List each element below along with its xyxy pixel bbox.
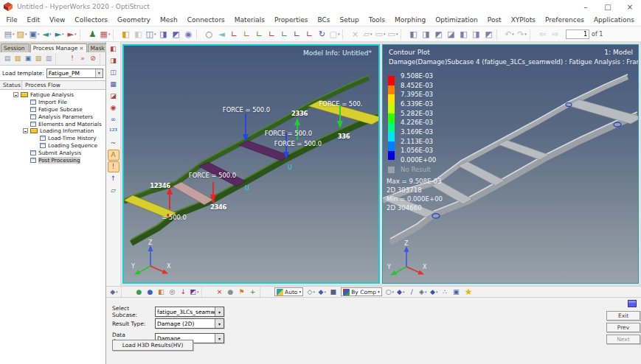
pm-save-icon[interactable]: ▣ ▾	[23, 54, 33, 64]
shaded-cube-icon[interactable]: ◆ ▾	[395, 287, 406, 297]
tab-close-icon[interactable]: ×	[79, 45, 83, 52]
vt-curve-icon[interactable]: ~	[108, 138, 119, 149]
menu-item[interactable]: Applications	[589, 15, 639, 25]
menu-item[interactable]: Collectors	[70, 15, 113, 25]
menu-item[interactable]: Geometry	[113, 15, 156, 25]
export-icon[interactable]: ► ▾	[53, 28, 66, 40]
swap-windows-icon[interactable]: ◨ ▾	[157, 28, 170, 40]
panel-parameters-icon[interactable]: ◧ ▾	[457, 28, 470, 40]
paste-special-icon[interactable]: ▭ ▾	[387, 28, 399, 40]
view-front-icon[interactable]: ∟ ▾	[278, 28, 291, 40]
chevron-down-icon[interactable]: ▾	[215, 319, 224, 328]
exit-button[interactable]: Exit	[606, 311, 640, 321]
tree-expander-icon[interactable]	[23, 128, 28, 133]
color-by-select[interactable]: By Comp ▾	[341, 287, 382, 296]
chevron-down-icon[interactable]: ▾	[215, 334, 224, 343]
element-edges-icon[interactable]: ∕ ▾	[406, 287, 417, 297]
cut-icon[interactable]: × ▾	[349, 28, 361, 40]
performance-graphics-icon[interactable]: ▣ ▾	[451, 287, 462, 297]
menu-item[interactable]: File	[1, 15, 22, 25]
expand-window-icon[interactable]: ◩ ▾	[170, 28, 182, 40]
prev-button[interactable]: Prev	[606, 323, 640, 332]
add-page-icon[interactable]: ◧ ▾	[119, 28, 132, 40]
panel-windows-icon[interactable]: ◩ ▾	[432, 28, 445, 40]
user-profile-icon[interactable]: ♟ ▾	[86, 28, 99, 40]
vt-numbers-icon[interactable]: ¹²³	[108, 126, 119, 137]
view-right-icon[interactable]: ∟ ▾	[266, 28, 278, 40]
vt-vectors-icon[interactable]: ↑	[108, 173, 119, 184]
vt-binoculars-icon[interactable]: ∞	[108, 114, 119, 125]
menu-item[interactable]: XYPlots	[506, 15, 540, 25]
minimize-button[interactable]: –	[575, 0, 597, 13]
panel-window-icon[interactable]	[628, 300, 637, 307]
vt-page-edit-icon[interactable]: ◧	[108, 43, 119, 55]
pm-skip-icon[interactable]: » ▾	[77, 54, 88, 64]
panel-session-icon[interactable]: ◧ ▾	[407, 28, 420, 40]
pm-run-icon[interactable]: ! ▾	[67, 54, 77, 64]
close-button[interactable]: ×	[619, 0, 641, 13]
zoom-icon[interactable]: ○ ▾	[203, 28, 215, 40]
traceline-icon[interactable]: + ▾	[247, 287, 258, 297]
undo-icon[interactable]: ↶ ▾	[503, 28, 516, 40]
tree-expander-icon[interactable]	[13, 92, 18, 97]
tree-item[interactable]: Loading Sequence	[0, 142, 105, 150]
vt-notes-icon[interactable]: A	[108, 150, 119, 161]
menu-item[interactable]: Morphing	[389, 15, 430, 25]
wireframe-sphere-icon[interactable]: ○ ▾	[384, 287, 395, 297]
menu-item[interactable]: Preferences	[540, 15, 589, 25]
color-palette-icon[interactable]: ▦ ▾	[99, 28, 111, 40]
favorites-icon[interactable]: ★	[465, 287, 473, 297]
redo-icon[interactable]: ↷ ▾	[516, 28, 528, 40]
chevron-down-icon[interactable]: ▾	[215, 307, 224, 316]
clipping-planes-icon[interactable]: ◩ ▾	[189, 287, 200, 297]
pm-copy-icon[interactable]: ▥ ▾	[44, 54, 54, 64]
tree-item[interactable]: Post Processing	[0, 156, 105, 164]
wireframe-mode-icon[interactable]: ◇ ▾	[305, 287, 316, 297]
menu-item[interactable]: Setup	[335, 15, 364, 25]
load-display-icon[interactable]: ↓ ▾	[178, 287, 189, 297]
vt-tags-icon[interactable]: !	[108, 161, 119, 172]
animation-mode-select[interactable]: Auto ▾	[274, 287, 303, 296]
copy-icon[interactable]: ▱ ▾	[361, 28, 374, 40]
menu-item[interactable]: Materials	[229, 15, 269, 25]
model-viewport[interactable]: U U FORCE = 500.0	[122, 44, 380, 284]
spheres-display-icon[interactable]: ● ▾	[225, 287, 236, 297]
load-h3d-results-button[interactable]: Load H3D Results(HV)	[112, 340, 193, 351]
save-file-icon[interactable]: ▣ ▾	[28, 28, 41, 40]
panel-tab[interactable]: Session	[1, 43, 30, 52]
display-options-icon[interactable]: ◆ ▾	[108, 287, 119, 297]
fit-view-icon[interactable]: ◄ ▾	[215, 28, 228, 40]
result-viewport[interactable]: Contour Plot 1: Model Damage(Damage)Subc…	[382, 44, 639, 284]
subcase-select[interactable]: fatigue_3LCs_seamweld ▾	[155, 307, 224, 317]
view-top-icon[interactable]: ∟ ▾	[228, 28, 240, 40]
menu-item[interactable]: Post	[482, 15, 506, 25]
pm-import-icon[interactable]: ▧ ▾	[33, 54, 44, 64]
open-file-icon[interactable]: ▨ ▾	[15, 28, 28, 40]
view-rear-icon[interactable]: ∟ ▾	[291, 28, 303, 40]
tree-item[interactable]: Load-Time History	[0, 135, 105, 142]
page-layout-icon[interactable]: ◫ ▾	[145, 28, 157, 40]
delete-entity-icon[interactable]: × ▾	[214, 287, 225, 297]
pm-open-icon[interactable]: ▨ ▾	[13, 54, 23, 64]
menu-item[interactable]: Properties	[270, 15, 313, 25]
new-session-icon[interactable]: ▤ ▾	[3, 28, 15, 40]
menu-item[interactable]: Edit	[22, 15, 44, 25]
hidden-line-icon[interactable]: ■ ▾	[328, 287, 339, 297]
tree-item[interactable]: Fatigue Analysis	[0, 91, 105, 99]
tree-item[interactable]: Fatigue Subcase	[0, 106, 105, 113]
page-number-input[interactable]	[566, 29, 589, 39]
maximize-button[interactable]: □	[597, 0, 619, 13]
forward-icon[interactable]: ⇨ ▾	[549, 28, 561, 40]
tree-item[interactable]: Analysis Parameters	[0, 113, 105, 120]
chevron-down-icon[interactable]: ▾	[378, 290, 380, 294]
solver-run-icon[interactable]: ► ▾	[66, 28, 78, 40]
view-iso-icon[interactable]: ∟ ▾	[303, 28, 316, 40]
feature-lines-icon[interactable]: ● ▾	[145, 287, 156, 297]
tree-item[interactable]: Loading Information	[0, 127, 105, 135]
rotate-view-icon[interactable]: ↻ ▾	[316, 28, 328, 40]
panel-media-icon[interactable]: ◩ ▾	[482, 28, 495, 40]
panel-organize-icon[interactable]: ◨ ▾	[420, 28, 432, 40]
vt-target-icon[interactable]: ◉	[108, 102, 119, 113]
delete-page-icon[interactable]: ◧ ▾	[132, 28, 145, 40]
menu-item[interactable]: Connectors	[182, 15, 229, 25]
